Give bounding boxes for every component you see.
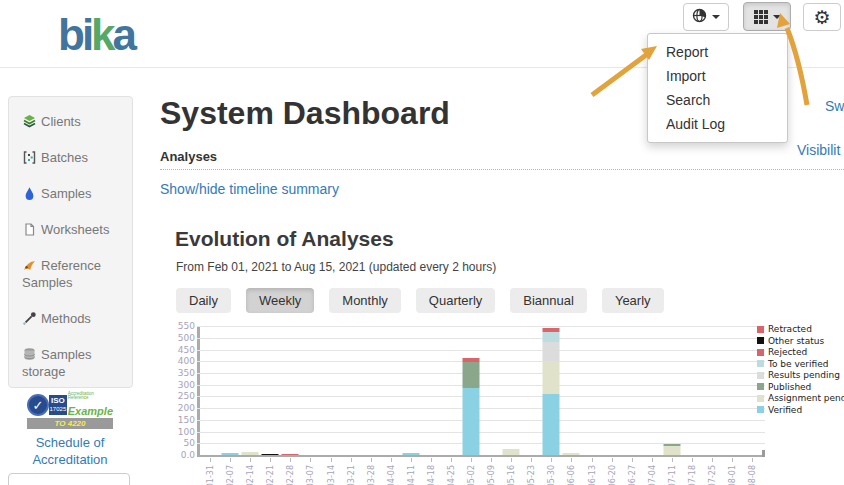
bar-slot: -03-21 [341, 326, 361, 455]
chart-legend: RetractedOther statusRejectedTo be verif… [757, 324, 844, 416]
sidebar-item-samples[interactable]: Samples [22, 185, 124, 202]
chart-subtitle: From Feb 01, 2021 to Aug 15, 2021 (updat… [176, 260, 496, 274]
legend-row: Rejected [757, 347, 844, 357]
bar-slot: -04-11 [401, 326, 421, 455]
y-tick-label: 450 [174, 345, 195, 355]
x-tick-label: -03-07 [306, 465, 315, 485]
x-tick-label: -08-08 [748, 465, 757, 485]
bar-slot: -01-31 [200, 326, 220, 455]
schedule-of-accreditation-link[interactable]: Schedule of Accreditation [24, 434, 116, 468]
settings-button[interactable]: ⚙ [803, 3, 841, 31]
x-tick [692, 458, 693, 462]
app-logo[interactable]: bika [58, 10, 134, 60]
visibility-link[interactable]: Visibilit [797, 142, 840, 158]
legend-row: To be verified [757, 359, 844, 369]
reference-samples-icon [22, 258, 37, 273]
menu-item-report[interactable]: Report [648, 40, 787, 64]
range-button-monthly[interactable]: Monthly [329, 288, 401, 313]
x-tick [551, 458, 552, 462]
bar-slot: -06-13 [581, 326, 601, 455]
bar-segment[interactable] [463, 362, 480, 388]
x-tick [571, 458, 572, 462]
bar-segment[interactable] [463, 388, 480, 455]
y-tick-label: 350 [174, 368, 195, 378]
bar-slot: -05-02 [461, 326, 481, 455]
sidebar-item-reference-samples[interactable]: Reference Samples [22, 257, 124, 291]
stacked-bar [543, 328, 560, 455]
x-tick [331, 458, 332, 462]
accreditation-iso-label: ISO 17025 [49, 395, 67, 415]
x-axis-line [197, 455, 765, 457]
x-tick-label: -05-23 [527, 465, 536, 485]
x-tick [612, 458, 613, 462]
x-tick-label: -06-06 [567, 465, 576, 485]
apps-menu-button[interactable] [743, 2, 791, 31]
samples-storage-icon [22, 347, 37, 362]
legend-row: Retracted [757, 324, 844, 334]
x-tick [210, 458, 211, 462]
bar-slot: -02-28 [280, 326, 300, 455]
x-tick [732, 458, 733, 462]
bar-slot: -07-25 [702, 326, 722, 455]
x-axis-end-tick [762, 450, 765, 457]
menu-item-import[interactable]: Import [648, 64, 787, 88]
sidebar-item-clients[interactable]: Clients [22, 113, 124, 130]
bar-segment[interactable] [543, 342, 560, 362]
bar-slot: -04-25 [441, 326, 461, 455]
range-button-quarterly[interactable]: Quarterly [416, 288, 495, 313]
switch-link[interactable]: Sw [825, 98, 844, 114]
legend-row: Results pending [757, 370, 844, 380]
chevron-down-icon [773, 15, 781, 19]
bar-segment[interactable] [543, 361, 560, 393]
x-tick [371, 458, 372, 462]
x-tick-label: -06-13 [587, 465, 596, 485]
range-button-row: Daily Weekly Monthly Quarterly Biannual … [176, 288, 664, 313]
x-tick [652, 458, 653, 462]
x-tick-label: -02-28 [286, 465, 295, 485]
partial-bottom-button[interactable] [8, 473, 130, 485]
y-tick-label: 0.0 [174, 450, 195, 460]
x-tick [592, 458, 593, 462]
analyses-section-label: Analyses [160, 149, 217, 164]
x-tick-label: -06-20 [607, 465, 616, 485]
legend-row: Verified [757, 405, 844, 415]
language-button[interactable] [683, 3, 729, 31]
legend-label: Results pending [768, 370, 840, 380]
chart-plot-area: -01-31-02-07-02-14-02-21-02-28-03-07-03-… [200, 326, 762, 455]
sidebar-item-worksheets[interactable]: Worksheets [22, 221, 124, 238]
stacked-bar [463, 358, 480, 455]
bar-slot: -05-16 [501, 326, 521, 455]
range-button-daily[interactable]: Daily [176, 288, 231, 313]
accreditation-block: ✓ ISO 17025 Accreditation Reference Exam… [24, 393, 116, 468]
bar-segment[interactable] [543, 332, 560, 341]
sidebar-item-samples-storage[interactable]: Samples storage [22, 346, 124, 380]
logo-text-bi: bi [58, 10, 91, 59]
menu-item-audit-log[interactable]: Audit Log [648, 112, 787, 136]
x-tick-label: -03-14 [326, 465, 335, 485]
legend-swatch [757, 337, 764, 344]
x-tick [632, 458, 633, 462]
range-button-weekly[interactable]: Weekly [246, 288, 314, 313]
accreditation-code: TO 4220 [27, 418, 113, 429]
y-tick-label: 550 [174, 321, 195, 331]
legend-label: Other status [768, 336, 824, 346]
x-tick [270, 458, 271, 462]
legend-label: Published [768, 382, 811, 392]
sidebar-item-batches[interactable]: Batches [22, 149, 124, 166]
bar-slot: -03-07 [300, 326, 320, 455]
sidebar-item-methods[interactable]: Methods [22, 310, 124, 327]
x-tick [431, 458, 432, 462]
menu-item-search[interactable]: Search [648, 88, 787, 112]
y-tick-label: 100 [174, 427, 195, 437]
sidebar-item-label: Worksheets [41, 222, 109, 237]
bar-segment[interactable] [663, 446, 680, 455]
x-tick [411, 458, 412, 462]
range-button-biannual[interactable]: Biannual [510, 288, 587, 313]
x-tick-label: -05-09 [487, 465, 496, 485]
x-tick-label: -05-16 [507, 465, 516, 485]
legend-label: Verified [768, 405, 802, 415]
range-button-yearly[interactable]: Yearly [602, 288, 664, 313]
bar-segment[interactable] [543, 394, 560, 456]
bar-slot: -08-01 [722, 326, 742, 455]
timeline-summary-link[interactable]: Show/hide timeline summary [160, 181, 339, 197]
